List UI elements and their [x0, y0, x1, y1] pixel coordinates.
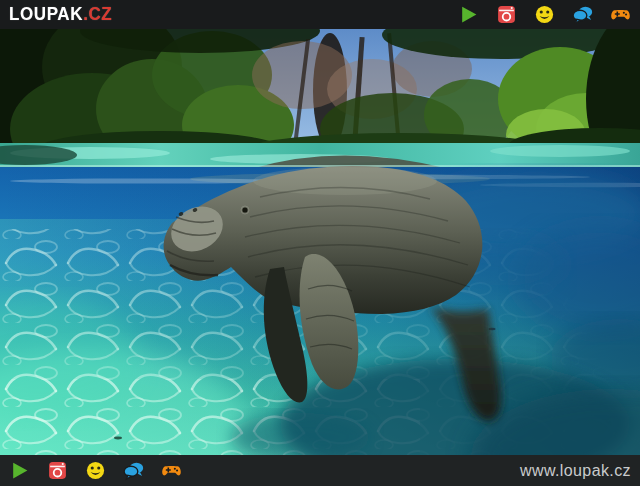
manatee-photo-graphic	[0, 29, 640, 455]
instagram-icon[interactable]	[496, 4, 517, 25]
footer-url[interactable]: www.loupak.cz	[520, 462, 631, 480]
page: LOUPAK.CZ	[0, 0, 640, 486]
waterline	[0, 143, 640, 169]
chat-bubbles-icon[interactable]	[572, 4, 593, 25]
play-icon[interactable]	[9, 460, 30, 481]
header-bar: LOUPAK.CZ	[0, 0, 640, 29]
logo-text-primary: LOUPAK	[9, 4, 83, 25]
chat-bubbles-icon[interactable]	[123, 460, 144, 481]
manatee-eye	[242, 207, 247, 212]
footer-icons	[9, 460, 182, 481]
logo-text-accent: .CZ	[83, 4, 112, 25]
instagram-icon[interactable]	[47, 460, 68, 481]
gamepad-icon[interactable]	[610, 4, 631, 25]
footer-bar: www.loupak.cz	[0, 455, 640, 486]
gamepad-icon[interactable]	[161, 460, 182, 481]
manatee-photo[interactable]	[0, 29, 640, 455]
site-logo[interactable]: LOUPAK.CZ	[9, 4, 112, 26]
smiley-icon[interactable]	[85, 460, 106, 481]
smiley-icon[interactable]	[534, 4, 555, 25]
play-icon[interactable]	[458, 4, 479, 25]
header-icons	[458, 4, 631, 25]
